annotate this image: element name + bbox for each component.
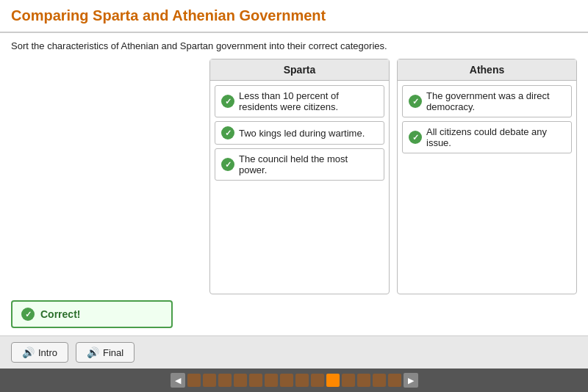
page-dot-4[interactable] xyxy=(234,374,247,387)
check-icon-5 xyxy=(409,131,422,144)
check-icon-2 xyxy=(221,126,234,139)
page-dot-5[interactable] xyxy=(249,374,262,387)
main-content: Sort the characteristics of Athenian and… xyxy=(0,33,588,335)
intro-button[interactable]: 🔊 Intro xyxy=(11,342,68,363)
sort-area: Sparta Less than 10 percent of residents… xyxy=(11,59,577,294)
check-icon-4 xyxy=(409,95,422,108)
athens-item-2[interactable]: All citizens could debate any issue. xyxy=(402,121,572,153)
page-dot-13[interactable] xyxy=(373,374,386,387)
sparta-items: Less than 10 percent of residents were c… xyxy=(210,81,389,294)
athens-header: Athens xyxy=(398,59,576,81)
athens-item-2-text: All citizens could debate any issue. xyxy=(426,126,565,148)
check-icon-3 xyxy=(221,158,234,171)
page-header: Comparing Sparta and Athenian Government xyxy=(0,0,588,33)
correct-check-icon xyxy=(21,308,35,321)
sparta-item-1-text: Less than 10 percent of residents were c… xyxy=(239,90,378,112)
athens-items: The government was a direct democracy. A… xyxy=(398,81,576,294)
intro-label: Intro xyxy=(38,347,57,358)
pagination-bar: ◀ ▶ xyxy=(0,369,588,392)
instructions-text: Sort the characteristics of Athenian and… xyxy=(11,40,577,51)
sparta-item-3[interactable]: The council held the most power. xyxy=(215,148,384,181)
page-title: Comparing Sparta and Athenian Government xyxy=(11,7,577,24)
athens-item-1[interactable]: The government was a direct democracy. xyxy=(402,85,572,117)
athens-item-1-text: The government was a direct democracy. xyxy=(426,90,565,112)
speaker-intro-icon: 🔊 xyxy=(22,346,35,358)
sparta-header: Sparta xyxy=(210,59,389,81)
next-arrow[interactable]: ▶ xyxy=(404,373,418,388)
page-dot-12[interactable] xyxy=(357,374,370,387)
footer-nav: 🔊 Intro 🔊 Final xyxy=(0,335,588,369)
page-dot-2[interactable] xyxy=(203,374,216,387)
page-dot-8[interactable] xyxy=(295,374,309,387)
item-bank xyxy=(11,59,202,294)
correct-banner: Correct! xyxy=(11,300,173,328)
page-dot-3[interactable] xyxy=(218,374,232,387)
sparta-column: Sparta Less than 10 percent of residents… xyxy=(209,59,390,294)
sparta-item-2-text: Two kings led during wartime. xyxy=(239,128,365,139)
page-dot-9[interactable] xyxy=(311,374,324,387)
correct-text: Correct! xyxy=(40,308,80,320)
page-dot-1[interactable] xyxy=(187,374,201,387)
sparta-item-2[interactable]: Two kings led during wartime. xyxy=(215,121,384,145)
page-dot-7[interactable] xyxy=(280,374,293,387)
final-label: Final xyxy=(103,347,123,358)
athens-column: Athens The government was a direct democ… xyxy=(397,59,577,294)
sparta-item-1[interactable]: Less than 10 percent of residents were c… xyxy=(215,85,384,117)
sparta-item-3-text: The council held the most power. xyxy=(239,153,378,175)
check-icon-1 xyxy=(221,95,234,108)
page-dot-14[interactable] xyxy=(388,374,401,387)
page-dot-10[interactable] xyxy=(326,374,340,387)
prev-arrow[interactable]: ◀ xyxy=(171,373,185,388)
page-dot-6[interactable] xyxy=(265,374,278,387)
page-dot-11[interactable] xyxy=(342,374,355,387)
final-button[interactable]: 🔊 Final xyxy=(76,342,135,363)
speaker-final-icon: 🔊 xyxy=(87,346,99,358)
